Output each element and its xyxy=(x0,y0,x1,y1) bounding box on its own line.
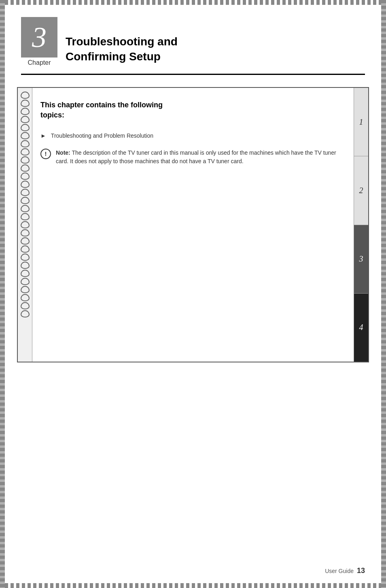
chapter-tab-2[interactable]: 2 xyxy=(354,156,368,225)
chapter-tabs: 1234 xyxy=(354,88,368,362)
spiral-ring xyxy=(21,148,30,156)
chapter-number: 3 xyxy=(32,23,47,52)
spiral-ring xyxy=(21,92,30,99)
spiral-ring xyxy=(21,229,30,236)
spiral-ring xyxy=(21,108,30,115)
header-divider xyxy=(21,74,365,75)
spiral-ring xyxy=(21,254,30,261)
left-dashes xyxy=(0,0,5,588)
chapter-number-block: 3 xyxy=(21,17,57,58)
right-dashes xyxy=(381,0,386,588)
spiral-ring xyxy=(21,181,30,188)
content-area: This chapter contains the following topi… xyxy=(17,87,369,362)
spiral-ring xyxy=(21,140,30,147)
spiral-ring xyxy=(21,132,30,139)
chapter-tab-3[interactable]: 3 xyxy=(354,225,368,294)
toc-heading: This chapter contains the following topi… xyxy=(40,100,341,120)
spiral-ring xyxy=(21,310,30,317)
spiral-ring xyxy=(21,100,30,107)
spiral-ring xyxy=(21,164,30,172)
chapter-header: 3 Chapter Troubleshooting and Confirming… xyxy=(5,5,381,66)
spiral-ring xyxy=(21,197,30,204)
main-content: This chapter contains the following topi… xyxy=(32,88,354,362)
footer-label: User Guide xyxy=(325,568,354,574)
note-text: Note: The description of the TV tuner ca… xyxy=(56,149,341,166)
chapter-tab-1[interactable]: 1 xyxy=(354,88,368,156)
chapter-title-block: Troubleshooting and Confirming Setup xyxy=(66,34,178,66)
spiral-ring xyxy=(21,205,30,212)
footer-page-number: 13 xyxy=(357,567,365,575)
note-block: ! Note: The description of the TV tuner … xyxy=(40,149,341,166)
spiral-ring xyxy=(21,116,30,123)
chapter-title: Troubleshooting and Confirming Setup xyxy=(66,34,178,64)
spiral-ring xyxy=(21,245,30,253)
note-icon: ! xyxy=(40,149,51,159)
toc-item-text: Troubleshooting and Problem Resolution xyxy=(51,132,153,139)
spiral-ring xyxy=(21,270,30,277)
spiral-ring xyxy=(21,286,30,293)
chapter-num-col: 3 Chapter xyxy=(21,17,57,66)
spiral-ring xyxy=(21,124,30,131)
chapter-tab-4[interactable]: 4 xyxy=(354,294,368,362)
spiral-ring xyxy=(21,173,30,180)
spiral-binding xyxy=(18,88,32,362)
toc-item: ► Troubleshooting and Problem Resolution xyxy=(40,132,341,139)
spiral-ring xyxy=(21,302,30,309)
top-border xyxy=(5,0,381,5)
arrow-icon: ► xyxy=(40,132,46,139)
spiral-ring xyxy=(21,221,30,228)
spiral-ring xyxy=(21,294,30,301)
chapter-label: Chapter xyxy=(21,59,57,66)
bottom-border xyxy=(5,583,381,588)
spiral-ring xyxy=(21,237,30,245)
spiral-ring xyxy=(21,189,30,196)
page-wrapper: 3 Chapter Troubleshooting and Confirming… xyxy=(0,0,386,588)
center-page: 3 Chapter Troubleshooting and Confirming… xyxy=(5,0,381,588)
spiral-ring xyxy=(21,213,30,220)
footer: User Guide 13 xyxy=(5,558,381,583)
spiral-ring xyxy=(21,262,30,269)
spiral-ring xyxy=(21,156,30,164)
spiral-ring xyxy=(21,278,30,285)
